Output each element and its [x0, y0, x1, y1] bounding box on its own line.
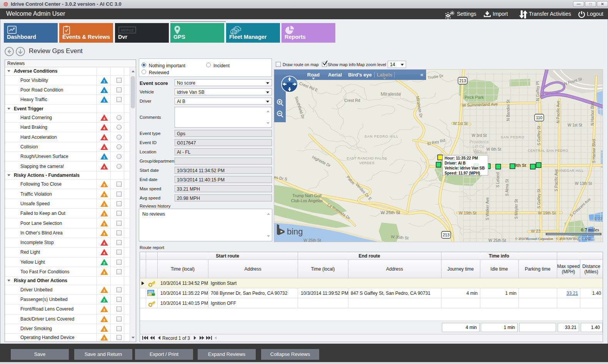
- svg-text:«: «: [420, 71, 423, 78]
- svg-text:Providence: Providence: [470, 140, 489, 144]
- svg-text:3: 3: [103, 183, 105, 187]
- svg-text:110: 110: [536, 115, 543, 120]
- svg-text:Bird's eye: Bird's eye: [348, 72, 372, 78]
- svg-text:4: 4: [103, 251, 105, 255]
- svg-text:S Alma St: S Alma St: [505, 179, 509, 196]
- svg-text:W 6th St: W 6th St: [486, 147, 501, 151]
- svg-text:Labels: Labels: [376, 72, 392, 78]
- svg-text:Driver: Al B: Driver: Al B: [445, 161, 466, 165]
- svg-text:4: 4: [103, 165, 105, 169]
- svg-text:Road: Road: [307, 72, 320, 78]
- svg-text:3: 3: [103, 193, 105, 197]
- svg-text:Club-Los Angelas: Club-Los Angelas: [291, 198, 323, 203]
- svg-text:9th St: 9th St: [515, 163, 526, 168]
- svg-text:4: 4: [103, 145, 105, 150]
- svg-text:SAN PEDRO HILL: SAN PEDRO HILL: [365, 135, 399, 138]
- svg-text:MERGE: MERGE: [121, 28, 134, 32]
- svg-text:3: 3: [103, 231, 105, 236]
- svg-text:Lit'l Co: Lit'l Co: [473, 145, 485, 149]
- svg-text:4: 4: [103, 116, 105, 121]
- svg-text:Vehicle: idrive Van SB: Vehicle: idrive Van SB: [445, 166, 485, 170]
- svg-text:Medical: Medical: [474, 151, 487, 155]
- svg-text:N Gaffey Pl: N Gaffey Pl: [536, 81, 540, 101]
- svg-text:4: 4: [103, 126, 105, 130]
- svg-text:S Gaffey St: S Gaffey St: [537, 126, 541, 145]
- svg-text:S Harbor Blvd: S Harbor Blvd: [592, 139, 596, 163]
- svg-text:3: 3: [103, 271, 105, 275]
- svg-text:3: 3: [103, 336, 105, 341]
- svg-text:Trump Nat'l Golf: Trump Nat'l Golf: [292, 193, 321, 198]
- svg-text:Crest Rd: Crest Rd: [344, 98, 360, 103]
- svg-text:1: 1: [103, 79, 105, 83]
- svg-text:W 23: W 23: [531, 229, 541, 233]
- svg-text:SAN PEDRO: SAN PEDRO: [501, 135, 525, 139]
- svg-text:S Walker Ave: S Walker Ave: [485, 197, 490, 220]
- svg-text:3: 3: [103, 212, 105, 216]
- svg-text:W 19th St: W 19th St: [459, 211, 476, 215]
- svg-text:N Harbor Blvd: N Harbor Blvd: [590, 101, 595, 126]
- svg-text:1: 1: [103, 98, 105, 103]
- svg-text:3: 3: [103, 317, 105, 322]
- svg-text:3: 3: [103, 327, 105, 332]
- svg-text:S Meyler St: S Meyler St: [514, 199, 518, 219]
- svg-text:S Leland: S Leland: [496, 172, 500, 187]
- svg-text:2: 2: [103, 298, 105, 303]
- svg-text:Hour: 11:35:22 PM: Hour: 11:35:22 PM: [445, 156, 478, 160]
- svg-text:N Bandini St: N Bandini St: [506, 100, 510, 121]
- svg-text:213: 213: [443, 233, 450, 237]
- svg-text:W 1st St: W 1st St: [453, 121, 468, 126]
- svg-text:S Gaffey St: S Gaffey St: [537, 189, 541, 208]
- svg-text:VINEGAR HILL: VINEGAR HILL: [558, 169, 584, 173]
- svg-text:3: 3: [103, 288, 105, 293]
- svg-text:W 13th St: W 13th St: [575, 181, 592, 186]
- svg-text:© 2014 Microsoft Corporation: © 2014 Microsoft Corporation © 2010 NAVT…: [515, 237, 591, 241]
- svg-text:Miraleste: Miraleste: [381, 91, 401, 97]
- svg-text:W 25th St: W 25th St: [381, 210, 400, 215]
- svg-text:W 1st St: W 1st St: [568, 123, 582, 127]
- svg-text:W 25th St: W 25th St: [488, 238, 506, 242]
- svg-text:W 25th St: W 25th St: [303, 238, 321, 242]
- svg-text:4: 4: [103, 136, 105, 140]
- svg-text:VERDES: VERDES: [359, 161, 375, 165]
- svg-text:4: 4: [103, 241, 105, 246]
- svg-text:W 19th St: W 19th St: [538, 211, 556, 215]
- svg-text:bing: bing: [287, 227, 303, 236]
- svg-text:1: 1: [103, 88, 105, 93]
- svg-text:3: 3: [103, 308, 105, 312]
- svg-text:Aerial: Aerial: [328, 72, 342, 78]
- svg-text:E 22: E 22: [595, 217, 603, 221]
- svg-text:Peck Park: Peck Park: [465, 95, 484, 100]
- svg-text:CENTRAL SAN PEDRO: CENTRAL SAN PEDRO: [528, 149, 568, 153]
- svg-text:0.7 miles: 0.7 miles: [581, 227, 599, 233]
- svg-text:Speed: 11.97 (MPH): Speed: 11.97 (MPH): [445, 171, 480, 175]
- svg-text:W 3rd St: W 3rd St: [472, 133, 487, 138]
- svg-text:2: 2: [103, 261, 105, 265]
- svg-text:1: 1: [103, 155, 105, 160]
- svg-text:3: 3: [103, 202, 105, 206]
- svg-text:EAST RANCHO PALOS: EAST RANCHO PALOS: [346, 156, 387, 160]
- svg-text:3: 3: [103, 222, 105, 226]
- svg-text:N Pacific Ave: N Pacific Ave: [556, 100, 560, 123]
- svg-text:213: 213: [459, 78, 466, 83]
